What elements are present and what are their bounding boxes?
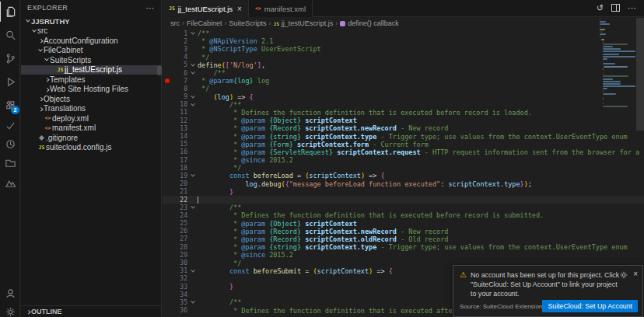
tab-label: jj_testUEscript.js: [178, 5, 233, 13]
sidebar-more-actions-icon[interactable]: ⋯: [146, 3, 155, 13]
line-number: 32: [171, 275, 187, 282]
tree-item--gitignore[interactable]: .gitignore: [21, 133, 161, 143]
code-line-25[interactable]: 25 * @param {Object} scriptContext: [163, 220, 644, 228]
breadcrumb-item-src[interactable]: src: [170, 19, 180, 27]
line-number: 18: [171, 165, 187, 172]
outline-section[interactable]: OUTLINE: [21, 305, 161, 317]
explorer-icon[interactable]: [0, 2, 20, 22]
code-line-20[interactable]: 20 log.debug({"message beforeLoad functi…: [163, 180, 644, 188]
timeline-history-icon[interactable]: ↺: [597, 4, 604, 12]
code-line-23[interactable]: 23 /**: [163, 204, 644, 211]
line-number: 22: [171, 197, 187, 204]
breadcrumb-item-filecabinet[interactable]: FileCabinet: [187, 19, 222, 27]
tab-jj-testuescript[interactable]: JS jj_testUEscript.js ×: [163, 0, 249, 17]
code-line-19[interactable]: 19 const beforeLoad = (scriptContext) =>…: [163, 172, 644, 179]
notification-settings-gear-icon[interactable]: [619, 270, 628, 280]
code-line-1[interactable]: 1/**: [163, 30, 644, 37]
tree-item-manifest-xml[interactable]: <>manifest.xml: [21, 124, 161, 134]
breadcrumb-separator: ›: [269, 19, 271, 27]
close-tab-icon[interactable]: ×: [237, 5, 242, 13]
code-line-9[interactable]: 9 (log) => {: [163, 93, 644, 101]
code-line-11[interactable]: 11 * Defines the function definition tha…: [163, 109, 644, 117]
fold-chevron-icon[interactable]: [187, 103, 198, 106]
tab-label: manifest.xml: [264, 5, 306, 13]
code-line-26[interactable]: 26 * @param {Record} scriptContext.newRe…: [163, 228, 644, 235]
code-line-24[interactable]: 24 * Defines the function definition tha…: [163, 211, 644, 219]
code-line-17[interactable]: 17 * @since 2015.2: [163, 156, 644, 164]
tree-item-deploy-xml[interactable]: <>deploy.xml: [21, 113, 161, 124]
extensions-icon[interactable]: 2: [0, 95, 20, 115]
code-line-21[interactable]: 21 }: [163, 188, 644, 196]
tree-item-suitescripts[interactable]: SuiteScripts: [21, 55, 161, 65]
code-line-18[interactable]: 18 */: [163, 164, 644, 172]
sidebar-scrollbar-thumb[interactable]: [157, 65, 162, 75]
fold-chevron-icon[interactable]: [187, 71, 198, 75]
code-line-28[interactable]: 28 * @param {string} scriptContext.type …: [163, 243, 644, 251]
account-icon[interactable]: [0, 283, 20, 303]
breadcrumb-item-define-callback[interactable]: define() callback: [340, 19, 399, 27]
tree-item-suitecloud-config-js[interactable]: JSsuitecloud.config.js: [21, 143, 161, 153]
fold-chevron-icon[interactable]: [187, 96, 198, 99]
line-number: 4: [171, 54, 187, 61]
code-line-3[interactable]: 3 * @NScriptType UserEventScript: [163, 45, 644, 53]
code-line-13[interactable]: 13 * @param {Record} scriptContext.newRe…: [163, 124, 644, 132]
timeline-clock-icon[interactable]: [0, 134, 20, 154]
js-file-icon: JS: [169, 5, 175, 12]
scrollbar-thumb[interactable]: [636, 18, 644, 131]
chevron-right-icon: [43, 88, 50, 91]
line-number: 8: [171, 85, 187, 92]
notification-message: No account has been set up for this proj…: [471, 270, 619, 298]
extensions-badge: 2: [11, 106, 19, 114]
source-control-icon[interactable]: [0, 48, 20, 68]
notification-close-icon[interactable]: ×: [633, 270, 638, 278]
code-line-6[interactable]: 6 /**: [163, 69, 644, 77]
tree-item-accountconfiguration[interactable]: AccountConfiguration: [21, 36, 161, 46]
fold-chevron-icon[interactable]: [187, 64, 198, 67]
tree-item-objects[interactable]: Objects: [21, 94, 161, 104]
code-line-5[interactable]: 5define(['N/log'],: [163, 61, 644, 69]
code-line-2[interactable]: 2 * @NApiVersion 2.1: [163, 37, 644, 45]
project-folder-icon[interactable]: [0, 152, 20, 172]
code-line-4[interactable]: 4 */: [163, 54, 644, 61]
code-line-27[interactable]: 27 * @param {Record} scriptContext.oldRe…: [163, 235, 644, 243]
tab-manifest[interactable]: <> manifest.xml: [249, 0, 313, 17]
breadcrumb-item-suitescripts[interactable]: SuiteScripts: [229, 19, 267, 27]
breadcrumb-item-jj-testuescript-js[interactable]: JSjj_testUEscript.js: [274, 19, 334, 27]
fold-chevron-icon[interactable]: [187, 32, 198, 35]
code-line-22[interactable]: 22: [163, 196, 644, 204]
tree-item-label: suitecloud.config.js: [46, 143, 112, 152]
code-line-8[interactable]: 8 */: [163, 85, 644, 92]
code-line-12[interactable]: 12 * @param {Object} scriptContext: [163, 117, 644, 124]
code-line-16[interactable]: 16 * @param {ServletRequest} scriptConte…: [163, 148, 644, 156]
more-actions-icon[interactable]: ⋯: [628, 4, 636, 12]
line-number: 17: [171, 157, 187, 164]
tree-item-filecabinet[interactable]: FileCabinet: [21, 46, 161, 56]
tree-item-jj-testuescript-js[interactable]: JSjj_testUEscript.js: [21, 65, 161, 75]
fold-chevron-icon[interactable]: [187, 301, 198, 304]
tree-item-src[interactable]: src: [21, 26, 161, 37]
warning-icon: ⚠: [460, 270, 467, 298]
breakpoint-icon[interactable]: [165, 78, 170, 83]
setup-account-button[interactable]: SuiteCloud: Set Up Account: [542, 300, 638, 312]
tree-item-templates[interactable]: Templates: [21, 75, 161, 85]
search-icon[interactable]: [0, 25, 20, 45]
run-debug-icon[interactable]: [0, 71, 20, 92]
tree-item-label: JJSRUTHY: [31, 17, 70, 26]
code-line-10[interactable]: 10 /**: [163, 101, 644, 109]
code-line-29[interactable]: 29 * @since 2015.2: [163, 251, 644, 259]
testing-icon[interactable]: [0, 115, 20, 135]
code-line-14[interactable]: 14 * @param {string} scriptContext.type …: [163, 132, 644, 140]
fold-chevron-icon[interactable]: [187, 174, 198, 177]
settings-gear-icon[interactable]: [0, 301, 20, 317]
tree-item-jjsruthy[interactable]: JJSRUTHY: [21, 16, 161, 26]
code-line-15[interactable]: 15 * @param {Form} scriptContext.form - …: [163, 141, 644, 148]
fold-chevron-icon[interactable]: [187, 270, 198, 273]
tree-item-web-site-hosting-files[interactable]: Web Site Hosting Files: [21, 85, 161, 95]
tree-item-translations[interactable]: Translations: [21, 104, 161, 114]
minimap[interactable]: [600, 19, 635, 120]
tab-bar: JS jj_testUEscript.js × <> manifest.xml …: [163, 0, 644, 17]
suitecloud-mountain-icon[interactable]: [0, 172, 20, 193]
code-line-7[interactable]: 7 * @param{log} log: [163, 77, 644, 85]
split-editor-icon[interactable]: [611, 4, 620, 13]
fold-chevron-icon[interactable]: [187, 206, 198, 209]
